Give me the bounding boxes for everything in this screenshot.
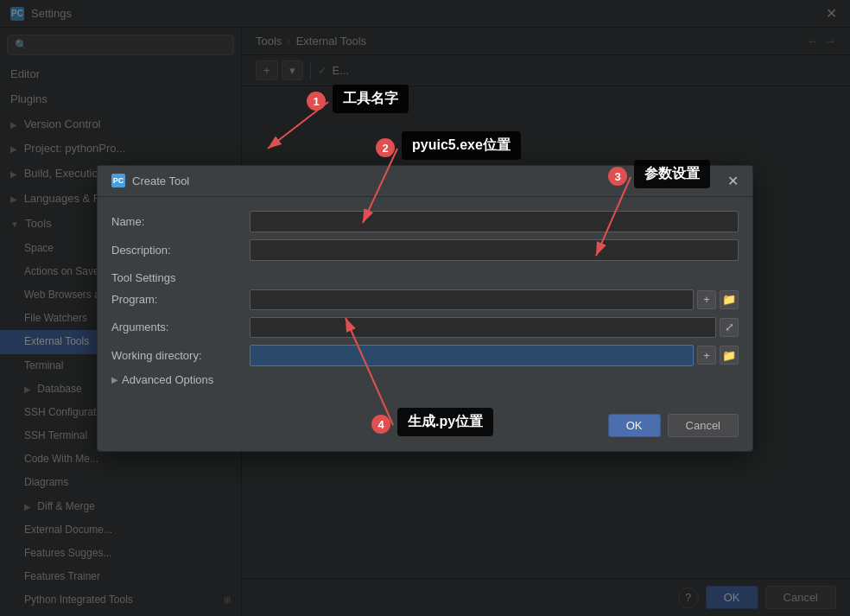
- create-tool-modal: PC Create Tool ✕ Name: PyUIC Description…: [97, 165, 753, 452]
- modal-body: Name: PyUIC Description: Tool Settings P…: [98, 197, 752, 407]
- name-input[interactable]: PyUIC: [250, 211, 739, 232]
- description-input[interactable]: [250, 239, 739, 261]
- program-input-group: E:\Anaconda3\envs\pytorch\Scripts\pyuic5…: [250, 289, 739, 310]
- modal-footer: OK Cancel: [98, 407, 752, 451]
- working-dir-input-group: $FileDir$ + 📁: [250, 345, 739, 366]
- advanced-options-label: Advanced Options: [122, 373, 213, 386]
- name-input-group: PyUIC: [250, 211, 739, 232]
- modal-close-button[interactable]: ✕: [727, 173, 739, 189]
- tool-settings-title: Tool Settings: [111, 271, 739, 284]
- program-add-button[interactable]: +: [697, 290, 716, 309]
- working-dir-row: Working directory: $FileDir$ + 📁: [111, 345, 739, 366]
- program-browse-button[interactable]: 📁: [720, 290, 739, 309]
- arguments-label: Arguments:: [111, 321, 250, 333]
- arguments-input[interactable]: -m PyQt5.uic.pyuic $FileName$ -o $FileNa…: [250, 317, 716, 338]
- arguments-expand-button[interactable]: ⤢: [720, 318, 739, 337]
- description-label: Description:: [111, 244, 250, 257]
- description-row: Description:: [111, 239, 739, 261]
- modal-cancel-button[interactable]: Cancel: [668, 414, 739, 437]
- name-row: Name: PyUIC: [111, 211, 739, 232]
- working-dir-browse-button[interactable]: 📁: [720, 346, 739, 365]
- name-label: Name:: [111, 215, 250, 228]
- working-dir-add-button[interactable]: +: [697, 346, 716, 365]
- working-dir-label: Working directory:: [111, 349, 250, 362]
- working-dir-input[interactable]: $FileDir$: [250, 345, 694, 366]
- modal-title-bar: PC Create Tool ✕: [98, 166, 752, 197]
- modal-overlay: PC Create Tool ✕ Name: PyUIC Description…: [0, 0, 850, 616]
- triangle-icon: ▶: [111, 375, 118, 384]
- modal-title: Create Tool: [132, 175, 720, 187]
- description-input-group: [250, 239, 739, 261]
- program-label: Program:: [111, 293, 250, 306]
- arguments-input-group: -m PyQt5.uic.pyuic $FileName$ -o $FileNa…: [250, 317, 739, 338]
- program-row: Program: E:\Anaconda3\envs\pytorch\Scrip…: [111, 289, 739, 310]
- advanced-options-toggle[interactable]: ▶ Advanced Options: [111, 373, 739, 386]
- arguments-row: Arguments: -m PyQt5.uic.pyuic $FileName$…: [111, 317, 739, 338]
- modal-ok-button[interactable]: OK: [608, 414, 661, 437]
- modal-icon: PC: [111, 174, 125, 187]
- program-input[interactable]: E:\Anaconda3\envs\pytorch\Scripts\pyuic5…: [250, 289, 694, 310]
